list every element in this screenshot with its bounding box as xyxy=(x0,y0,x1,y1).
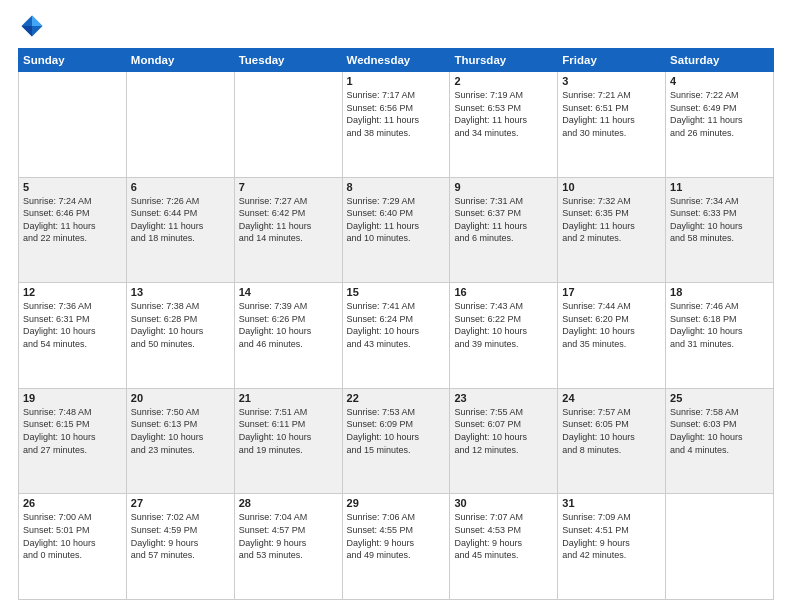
weekday-header-tuesday: Tuesday xyxy=(234,49,342,72)
day-cell: 21Sunrise: 7:51 AM Sunset: 6:11 PM Dayli… xyxy=(234,388,342,494)
day-cell: 6Sunrise: 7:26 AM Sunset: 6:44 PM Daylig… xyxy=(126,177,234,283)
day-cell: 19Sunrise: 7:48 AM Sunset: 6:15 PM Dayli… xyxy=(19,388,127,494)
day-cell: 10Sunrise: 7:32 AM Sunset: 6:35 PM Dayli… xyxy=(558,177,666,283)
day-info: Sunrise: 7:04 AM Sunset: 4:57 PM Dayligh… xyxy=(239,511,338,561)
weekday-header-thursday: Thursday xyxy=(450,49,558,72)
day-number: 7 xyxy=(239,181,338,193)
day-info: Sunrise: 7:31 AM Sunset: 6:37 PM Dayligh… xyxy=(454,195,553,245)
day-cell: 25Sunrise: 7:58 AM Sunset: 6:03 PM Dayli… xyxy=(666,388,774,494)
day-number: 5 xyxy=(23,181,122,193)
week-row-1: 1Sunrise: 7:17 AM Sunset: 6:56 PM Daylig… xyxy=(19,72,774,178)
day-cell: 14Sunrise: 7:39 AM Sunset: 6:26 PM Dayli… xyxy=(234,283,342,389)
weekday-header-sunday: Sunday xyxy=(19,49,127,72)
day-cell: 8Sunrise: 7:29 AM Sunset: 6:40 PM Daylig… xyxy=(342,177,450,283)
day-number: 20 xyxy=(131,392,230,404)
day-cell xyxy=(19,72,127,178)
day-info: Sunrise: 7:07 AM Sunset: 4:53 PM Dayligh… xyxy=(454,511,553,561)
day-cell: 28Sunrise: 7:04 AM Sunset: 4:57 PM Dayli… xyxy=(234,494,342,600)
weekday-header-monday: Monday xyxy=(126,49,234,72)
page: SundayMondayTuesdayWednesdayThursdayFrid… xyxy=(0,0,792,612)
day-number: 8 xyxy=(347,181,446,193)
day-cell: 30Sunrise: 7:07 AM Sunset: 4:53 PM Dayli… xyxy=(450,494,558,600)
week-row-3: 12Sunrise: 7:36 AM Sunset: 6:31 PM Dayli… xyxy=(19,283,774,389)
day-info: Sunrise: 7:38 AM Sunset: 6:28 PM Dayligh… xyxy=(131,300,230,350)
day-info: Sunrise: 7:32 AM Sunset: 6:35 PM Dayligh… xyxy=(562,195,661,245)
day-number: 2 xyxy=(454,75,553,87)
day-number: 6 xyxy=(131,181,230,193)
day-info: Sunrise: 7:51 AM Sunset: 6:11 PM Dayligh… xyxy=(239,406,338,456)
day-number: 21 xyxy=(239,392,338,404)
day-number: 4 xyxy=(670,75,769,87)
day-number: 9 xyxy=(454,181,553,193)
day-number: 15 xyxy=(347,286,446,298)
svg-marker-1 xyxy=(32,16,43,27)
day-cell: 18Sunrise: 7:46 AM Sunset: 6:18 PM Dayli… xyxy=(666,283,774,389)
day-number: 28 xyxy=(239,497,338,509)
day-cell: 7Sunrise: 7:27 AM Sunset: 6:42 PM Daylig… xyxy=(234,177,342,283)
day-info: Sunrise: 7:55 AM Sunset: 6:07 PM Dayligh… xyxy=(454,406,553,456)
day-cell: 9Sunrise: 7:31 AM Sunset: 6:37 PM Daylig… xyxy=(450,177,558,283)
day-cell: 1Sunrise: 7:17 AM Sunset: 6:56 PM Daylig… xyxy=(342,72,450,178)
day-info: Sunrise: 7:21 AM Sunset: 6:51 PM Dayligh… xyxy=(562,89,661,139)
day-info: Sunrise: 7:41 AM Sunset: 6:24 PM Dayligh… xyxy=(347,300,446,350)
weekday-header-saturday: Saturday xyxy=(666,49,774,72)
day-number: 23 xyxy=(454,392,553,404)
day-info: Sunrise: 7:58 AM Sunset: 6:03 PM Dayligh… xyxy=(670,406,769,456)
day-info: Sunrise: 7:48 AM Sunset: 6:15 PM Dayligh… xyxy=(23,406,122,456)
day-number: 22 xyxy=(347,392,446,404)
day-info: Sunrise: 7:06 AM Sunset: 4:55 PM Dayligh… xyxy=(347,511,446,561)
day-info: Sunrise: 7:27 AM Sunset: 6:42 PM Dayligh… xyxy=(239,195,338,245)
day-info: Sunrise: 7:57 AM Sunset: 6:05 PM Dayligh… xyxy=(562,406,661,456)
day-cell: 2Sunrise: 7:19 AM Sunset: 6:53 PM Daylig… xyxy=(450,72,558,178)
weekday-header-wednesday: Wednesday xyxy=(342,49,450,72)
day-cell: 11Sunrise: 7:34 AM Sunset: 6:33 PM Dayli… xyxy=(666,177,774,283)
day-info: Sunrise: 7:36 AM Sunset: 6:31 PM Dayligh… xyxy=(23,300,122,350)
week-row-4: 19Sunrise: 7:48 AM Sunset: 6:15 PM Dayli… xyxy=(19,388,774,494)
day-info: Sunrise: 7:02 AM Sunset: 4:59 PM Dayligh… xyxy=(131,511,230,561)
day-cell: 20Sunrise: 7:50 AM Sunset: 6:13 PM Dayli… xyxy=(126,388,234,494)
day-cell: 15Sunrise: 7:41 AM Sunset: 6:24 PM Dayli… xyxy=(342,283,450,389)
day-info: Sunrise: 7:50 AM Sunset: 6:13 PM Dayligh… xyxy=(131,406,230,456)
day-cell: 27Sunrise: 7:02 AM Sunset: 4:59 PM Dayli… xyxy=(126,494,234,600)
day-cell: 31Sunrise: 7:09 AM Sunset: 4:51 PM Dayli… xyxy=(558,494,666,600)
day-info: Sunrise: 7:53 AM Sunset: 6:09 PM Dayligh… xyxy=(347,406,446,456)
day-info: Sunrise: 7:46 AM Sunset: 6:18 PM Dayligh… xyxy=(670,300,769,350)
day-cell: 12Sunrise: 7:36 AM Sunset: 6:31 PM Dayli… xyxy=(19,283,127,389)
day-number: 17 xyxy=(562,286,661,298)
day-info: Sunrise: 7:34 AM Sunset: 6:33 PM Dayligh… xyxy=(670,195,769,245)
day-info: Sunrise: 7:24 AM Sunset: 6:46 PM Dayligh… xyxy=(23,195,122,245)
day-number: 24 xyxy=(562,392,661,404)
day-number: 19 xyxy=(23,392,122,404)
day-number: 29 xyxy=(347,497,446,509)
day-info: Sunrise: 7:19 AM Sunset: 6:53 PM Dayligh… xyxy=(454,89,553,139)
day-cell: 23Sunrise: 7:55 AM Sunset: 6:07 PM Dayli… xyxy=(450,388,558,494)
header xyxy=(18,12,774,40)
day-number: 3 xyxy=(562,75,661,87)
day-number: 31 xyxy=(562,497,661,509)
week-row-5: 26Sunrise: 7:00 AM Sunset: 5:01 PM Dayli… xyxy=(19,494,774,600)
day-number: 30 xyxy=(454,497,553,509)
weekday-header-friday: Friday xyxy=(558,49,666,72)
day-cell: 17Sunrise: 7:44 AM Sunset: 6:20 PM Dayli… xyxy=(558,283,666,389)
day-cell xyxy=(126,72,234,178)
day-number: 12 xyxy=(23,286,122,298)
logo-icon xyxy=(18,12,46,40)
day-number: 11 xyxy=(670,181,769,193)
day-number: 10 xyxy=(562,181,661,193)
day-info: Sunrise: 7:17 AM Sunset: 6:56 PM Dayligh… xyxy=(347,89,446,139)
day-cell: 13Sunrise: 7:38 AM Sunset: 6:28 PM Dayli… xyxy=(126,283,234,389)
day-cell: 3Sunrise: 7:21 AM Sunset: 6:51 PM Daylig… xyxy=(558,72,666,178)
calendar: SundayMondayTuesdayWednesdayThursdayFrid… xyxy=(18,48,774,600)
day-number: 1 xyxy=(347,75,446,87)
week-row-2: 5Sunrise: 7:24 AM Sunset: 6:46 PM Daylig… xyxy=(19,177,774,283)
day-number: 13 xyxy=(131,286,230,298)
day-number: 25 xyxy=(670,392,769,404)
day-info: Sunrise: 7:39 AM Sunset: 6:26 PM Dayligh… xyxy=(239,300,338,350)
day-number: 26 xyxy=(23,497,122,509)
weekday-header-row: SundayMondayTuesdayWednesdayThursdayFrid… xyxy=(19,49,774,72)
day-info: Sunrise: 7:26 AM Sunset: 6:44 PM Dayligh… xyxy=(131,195,230,245)
logo xyxy=(18,12,50,40)
day-cell: 26Sunrise: 7:00 AM Sunset: 5:01 PM Dayli… xyxy=(19,494,127,600)
day-info: Sunrise: 7:22 AM Sunset: 6:49 PM Dayligh… xyxy=(670,89,769,139)
day-number: 14 xyxy=(239,286,338,298)
